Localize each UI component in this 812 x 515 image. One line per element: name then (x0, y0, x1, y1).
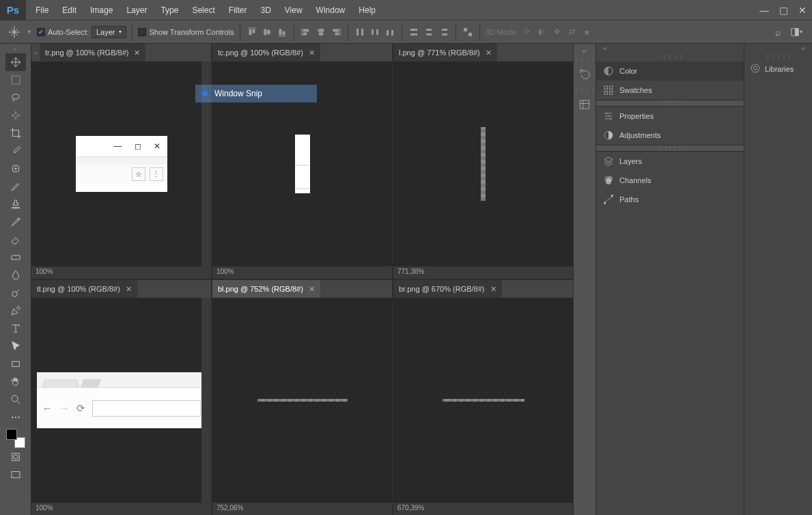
close-icon[interactable]: ✕ (126, 285, 132, 294)
menu-help[interactable]: Help (352, 0, 382, 20)
close-icon[interactable]: ✕ (486, 48, 492, 57)
blur-tool[interactable] (5, 266, 26, 284)
panel-label: Channels (619, 176, 651, 184)
lasso-tool[interactable] (5, 89, 26, 107)
menu-filter[interactable]: Filter (222, 0, 254, 20)
toolbox-handle[interactable]: » (14, 46, 16, 53)
dist-vcenter-icon[interactable] (369, 26, 381, 38)
panel-paths[interactable]: Paths (596, 190, 744, 209)
window-snip-overlay[interactable]: Window Snip (195, 85, 317, 102)
libraries-tab[interactable]: Libraries (744, 59, 812, 79)
svg-point-18 (14, 113, 18, 117)
panel-swatches[interactable]: Swatches (596, 81, 744, 100)
doc-tab-tr[interactable]: tr.png @ 100% (RGB/8#) ✕ (40, 44, 145, 61)
collapse-panels-icon[interactable]: ‹‹ (599, 44, 611, 53)
panel-adjustments[interactable]: Adjustments (596, 126, 744, 145)
history-panel-icon[interactable] (574, 63, 595, 83)
history-brush-tool[interactable] (5, 213, 26, 231)
auto-align-icon[interactable] (462, 26, 474, 38)
menu-window[interactable]: Window (309, 0, 352, 20)
dist-top-icon[interactable] (354, 26, 366, 38)
3d-orbit-icon[interactable]: ⟳ (520, 26, 533, 38)
autoselect-dropdown[interactable]: Layer▾ (92, 26, 127, 38)
close-icon[interactable]: ✕ (490, 285, 496, 294)
transform-checkbox[interactable] (138, 28, 146, 36)
tab-handle[interactable]: » (31, 44, 40, 61)
menu-view[interactable]: View (278, 0, 309, 20)
close-button[interactable]: ✕ (793, 0, 812, 20)
path-select-tool[interactable] (5, 337, 26, 355)
screen-mode-toggle[interactable] (5, 466, 26, 484)
marquee-tool[interactable] (5, 71, 26, 89)
doc-canvas-tl[interactable]: ←→⟳ (31, 298, 211, 503)
maximize-button[interactable]: ▢ (774, 0, 793, 20)
align-hcenter-icon[interactable] (315, 26, 327, 38)
quick-select-tool[interactable] (5, 107, 26, 124)
close-icon[interactable]: ✕ (309, 48, 315, 57)
menu-edit[interactable]: Edit (55, 0, 83, 20)
type-tool[interactable] (5, 320, 26, 337)
scrollbar-v[interactable] (201, 298, 211, 503)
workspace-switcher[interactable]: ▾ (790, 26, 802, 38)
zoom-tool[interactable] (5, 391, 26, 408)
healing-tool[interactable] (5, 160, 26, 178)
doc-tab-l[interactable]: l.png @ 771% (RGB/8#) ✕ (393, 44, 497, 61)
hand-tool[interactable] (5, 373, 26, 391)
align-right-icon[interactable] (330, 26, 342, 38)
actions-panel-icon[interactable] (574, 94, 595, 115)
doc-tab-bl[interactable]: bl.png @ 752% (RGB/8#) ✕ (212, 280, 320, 298)
menu-3d[interactable]: 3D (253, 0, 277, 20)
move-tool[interactable] (5, 53, 26, 71)
panel-color[interactable]: Color (596, 61, 744, 81)
color-swatch[interactable] (6, 429, 25, 448)
current-tool-icon[interactable] (7, 25, 22, 40)
rectangle-tool[interactable] (5, 355, 26, 373)
doc-canvas-bl[interactable] (212, 298, 392, 503)
expand-strip-icon[interactable]: ‹‹ (578, 46, 591, 56)
eraser-tool[interactable] (5, 231, 26, 249)
panel-channels[interactable]: Channels (596, 171, 744, 190)
minimize-button[interactable]: — (755, 0, 774, 20)
dist-right-icon[interactable] (438, 26, 450, 38)
align-vcenter-icon[interactable] (261, 26, 273, 38)
doc-tab-br[interactable]: br.png @ 670% (RGB/8#) ✕ (393, 280, 502, 298)
quick-mask-toggle[interactable] (5, 448, 26, 466)
autoselect-checkbox[interactable] (37, 28, 45, 36)
crop-tool[interactable] (5, 124, 26, 142)
doc-canvas-br[interactable] (393, 298, 573, 503)
gradient-tool[interactable] (5, 249, 26, 266)
close-icon[interactable]: ✕ (309, 285, 315, 294)
brush-tool[interactable] (5, 178, 26, 195)
menu-type[interactable]: Type (154, 0, 185, 20)
dist-left-icon[interactable] (408, 26, 420, 38)
search-icon[interactable]: ⌕ (771, 27, 785, 38)
doc-tab-tc[interactable]: tc.png @ 100% (RGB/8#) ✕ (212, 44, 320, 61)
3d-slide-icon[interactable]: ⇄ (565, 26, 578, 38)
pen-tool[interactable] (5, 302, 26, 320)
menu-select[interactable]: Select (185, 0, 221, 20)
svg-point-17 (12, 94, 19, 100)
menu-file[interactable]: File (29, 0, 55, 20)
dist-bottom-icon[interactable] (384, 26, 396, 38)
doc-canvas-l[interactable] (393, 61, 573, 266)
doc-tab-label: tl.png @ 100% (RGB/8#) (37, 285, 120, 293)
dodge-tool[interactable] (5, 284, 26, 302)
stamp-tool[interactable] (5, 195, 26, 213)
dist-hcenter-icon[interactable] (423, 26, 435, 38)
panel-layers[interactable]: Layers (596, 152, 744, 171)
align-top-icon[interactable] (246, 26, 258, 38)
3d-pan-icon[interactable]: ✥ (550, 26, 563, 38)
close-icon[interactable]: ✕ (134, 48, 140, 57)
align-left-icon[interactable] (300, 26, 312, 38)
doc-tab-tl[interactable]: tl.png @ 100% (RGB/8#) ✕ (31, 280, 137, 298)
align-bottom-icon[interactable] (276, 26, 288, 38)
edit-toolbar[interactable]: ⋯ (5, 408, 26, 426)
eyedropper-tool[interactable] (5, 142, 26, 160)
panel-properties[interactable]: Properties (596, 107, 744, 126)
menu-layer[interactable]: Layer (120, 0, 154, 20)
3d-zoom-icon[interactable]: ■ (580, 26, 593, 38)
doc-canvas-tr[interactable]: —◻✕ ☆⋮ (31, 61, 211, 266)
collapse-libraries-icon[interactable]: ‹‹ (797, 44, 809, 53)
3d-roll-icon[interactable]: ◐ (535, 26, 548, 38)
menu-image[interactable]: Image (83, 0, 120, 20)
